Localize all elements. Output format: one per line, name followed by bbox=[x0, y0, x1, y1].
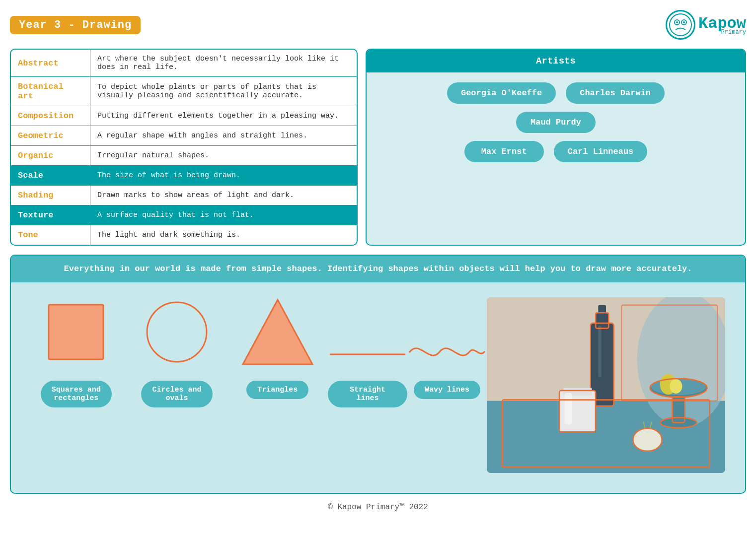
artist-button[interactable]: Georgia O'Keeffe bbox=[447, 82, 556, 104]
svg-rect-22 bbox=[565, 393, 573, 424]
vocab-def: Drawn marks to show areas of light and d… bbox=[90, 186, 357, 205]
artist-button[interactable]: Max Ernst bbox=[464, 141, 544, 162]
shape-col-circle: Circles andovals bbox=[127, 292, 227, 407]
straight-label: Straight lines bbox=[328, 381, 407, 407]
shape-col-triangle: Triangles bbox=[227, 292, 328, 399]
shape-col-square: Squares andrectangles bbox=[26, 292, 127, 407]
vocab-row: Botanical art To depict whole plants or … bbox=[11, 77, 357, 106]
wavy-label: Wavy lines bbox=[414, 381, 480, 399]
svg-point-7 bbox=[147, 302, 207, 362]
footer-text: © Kapow Primary™ 2022 bbox=[328, 503, 428, 512]
square-shape bbox=[44, 292, 108, 372]
logo-text-group: Kapow Primary bbox=[698, 14, 746, 36]
artists-row: Max ErnstCarl Linneaus bbox=[375, 141, 737, 162]
vocab-def: Putting different elements together in a… bbox=[90, 106, 357, 126]
page-title: Year 3 - Drawing bbox=[10, 16, 141, 34]
artists-header: Artists bbox=[367, 50, 745, 72]
vocab-def: A surface quality that is not flat. bbox=[90, 205, 357, 225]
triangle-shape bbox=[240, 292, 315, 372]
square-label: Squares andrectangles bbox=[41, 381, 112, 407]
artist-button[interactable]: Carl Linneaus bbox=[554, 141, 648, 162]
vocab-def: The size of what is being drawn. bbox=[90, 166, 357, 185]
vocab-term: Texture bbox=[11, 205, 90, 225]
shapes-row: Squares andrectangles Circles andovals T… bbox=[11, 282, 745, 493]
vocab-row: Shading Drawn marks to show areas of lig… bbox=[11, 186, 357, 205]
shape-col-straight: Straight lines bbox=[328, 292, 407, 407]
page-header: Year 3 - Drawing Kapow Primary bbox=[10, 10, 746, 40]
vocab-row: Geometric A regular shape with angles an… bbox=[11, 126, 357, 146]
bottom-section: Everything in our world is made from sim… bbox=[10, 255, 746, 494]
artists-row: Maud Purdy bbox=[375, 112, 737, 133]
svg-rect-17 bbox=[598, 326, 601, 377]
svg-rect-16 bbox=[598, 305, 606, 315]
artist-button[interactable]: Maud Purdy bbox=[516, 112, 596, 133]
vocab-term: Scale bbox=[11, 166, 90, 185]
vocab-row: Organic Irregular natural shapes. bbox=[11, 146, 357, 166]
svg-rect-5 bbox=[49, 305, 103, 359]
vocab-term: Shading bbox=[11, 186, 90, 205]
logo: Kapow Primary bbox=[666, 10, 746, 40]
svg-point-0 bbox=[670, 14, 691, 36]
shape-col-lines: Straight lines Wavy lines bbox=[328, 292, 487, 407]
vocab-def: To depict whole plants or parts of plant… bbox=[90, 77, 357, 106]
triangle-label: Triangles bbox=[246, 381, 308, 399]
vocab-term: Tone bbox=[11, 225, 90, 245]
shape-col-wavy: Wavy lines bbox=[407, 292, 487, 407]
circle-shape bbox=[142, 292, 212, 372]
vocab-term: Abstract bbox=[11, 50, 90, 76]
svg-point-29 bbox=[670, 379, 682, 393]
vocab-def: Art where the subject doesn't necessaril… bbox=[90, 50, 357, 76]
vocab-def: The light and dark something is. bbox=[90, 225, 357, 245]
artists-row: Georgia O'KeeffeCharles Darwin bbox=[375, 82, 737, 104]
vocab-row: Texture A surface quality that is not fl… bbox=[11, 205, 357, 225]
logo-icon bbox=[666, 10, 695, 40]
straight-shape bbox=[328, 292, 407, 372]
vocab-term: Composition bbox=[11, 106, 90, 126]
artists-body: Georgia O'KeeffeCharles DarwinMaud Purdy… bbox=[367, 72, 745, 172]
vocab-row: Composition Putting different elements t… bbox=[11, 106, 357, 126]
artist-button[interactable]: Charles Darwin bbox=[566, 82, 665, 104]
footer: © Kapow Primary™ 2022 bbox=[10, 503, 746, 512]
wavy-shape bbox=[407, 292, 487, 372]
vocab-def: A regular shape with angles and straight… bbox=[90, 126, 357, 145]
vocab-term: Geometric bbox=[11, 126, 90, 145]
circle-label: Circles andovals bbox=[141, 381, 212, 407]
svg-marker-8 bbox=[243, 300, 312, 364]
vocab-term: Organic bbox=[11, 146, 90, 165]
still-life-image bbox=[487, 297, 725, 473]
vocab-term: Botanical art bbox=[11, 77, 90, 106]
vocab-row: Abstract Art where the subject doesn't n… bbox=[11, 50, 357, 77]
vocab-table: Abstract Art where the subject doesn't n… bbox=[10, 49, 358, 246]
main-content-row: Abstract Art where the subject doesn't n… bbox=[10, 49, 746, 246]
vocab-row: Tone The light and dark something is. bbox=[11, 225, 357, 245]
svg-point-2 bbox=[676, 21, 678, 23]
artists-panel: Artists Georgia O'KeeffeCharles DarwinMa… bbox=[366, 49, 746, 246]
vocab-row: Scale The size of what is being drawn. bbox=[11, 166, 357, 186]
svg-point-4 bbox=[683, 21, 685, 23]
shapes-banner: Everything in our world is made from sim… bbox=[11, 256, 745, 282]
vocab-def: Irregular natural shapes. bbox=[90, 146, 357, 165]
